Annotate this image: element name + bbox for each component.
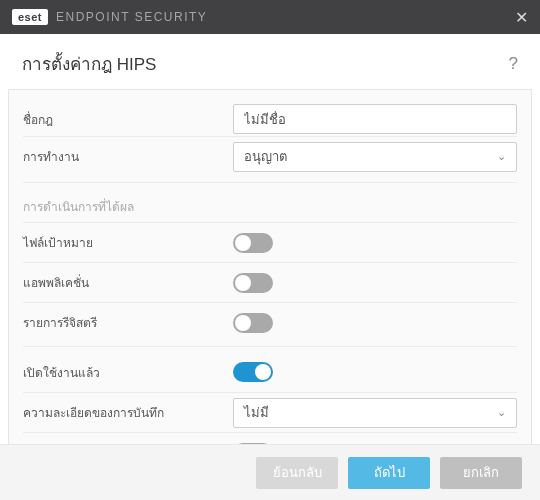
rule-name-label: ชื่อกฎ (23, 110, 233, 129)
registry-label: รายการรีจิสตรี (23, 313, 233, 332)
enabled-toggle[interactable] (233, 362, 273, 382)
close-icon[interactable]: ✕ (515, 8, 528, 27)
cancel-button[interactable]: ยกเลิก (440, 457, 522, 489)
registry-toggle[interactable] (233, 313, 273, 333)
log-level-select[interactable]: ไม่มี ⌄ (233, 398, 517, 428)
row-applications: แอพพลิเคชั่น (23, 262, 517, 302)
help-icon[interactable]: ? (509, 54, 518, 74)
log-level-label: ความละเอียดของการบันทึก (23, 403, 233, 422)
rule-name-input[interactable] (233, 104, 517, 134)
applications-toggle[interactable] (233, 273, 273, 293)
product-name: ENDPOINT SECURITY (56, 10, 207, 24)
applications-label: แอพพลิเคชั่น (23, 273, 233, 292)
row-rule-name: ชื่อกฎ (23, 96, 517, 136)
enabled-label: เปิดใช้งานแล้ว (23, 363, 233, 382)
row-target-files: ไฟล์เป้าหมาย (23, 222, 517, 262)
next-button[interactable]: ถัดไป (348, 457, 430, 489)
dialog-header: การตั้งค่ากฎ HIPS ? (0, 34, 540, 89)
row-log-level: ความละเอียดของการบันทึก ไม่มี ⌄ (23, 392, 517, 432)
target-files-label: ไฟล์เป้าหมาย (23, 233, 233, 252)
affect-section-label: การดำเนินการที่ได้ผล (23, 182, 517, 222)
row-enabled: เปิดใช้งานแล้ว (23, 352, 517, 392)
row-action: การทำงาน อนุญาต ⌄ (23, 136, 517, 176)
target-files-toggle[interactable] (233, 233, 273, 253)
page-title: การตั้งค่ากฎ HIPS (22, 50, 156, 77)
row-registry: รายการรีจิสตรี (23, 302, 517, 342)
action-select[interactable]: อนุญาต ⌄ (233, 142, 517, 172)
back-button[interactable]: ย้อนกลับ (256, 457, 338, 489)
action-label: การทำงาน (23, 147, 233, 166)
titlebar: eset ENDPOINT SECURITY ✕ (0, 0, 540, 34)
log-level-select-value: ไม่มี (244, 402, 269, 423)
dialog-footer: ย้อนกลับ ถัดไป ยกเลิก (0, 444, 540, 500)
action-select-value: อนุญาต (244, 146, 287, 167)
brand-logo: eset (12, 9, 48, 25)
settings-panel: ชื่อกฎ การทำงาน อนุญาต ⌄ การดำเนินการที่… (8, 89, 532, 487)
chevron-down-icon: ⌄ (497, 150, 506, 163)
chevron-down-icon: ⌄ (497, 406, 506, 419)
